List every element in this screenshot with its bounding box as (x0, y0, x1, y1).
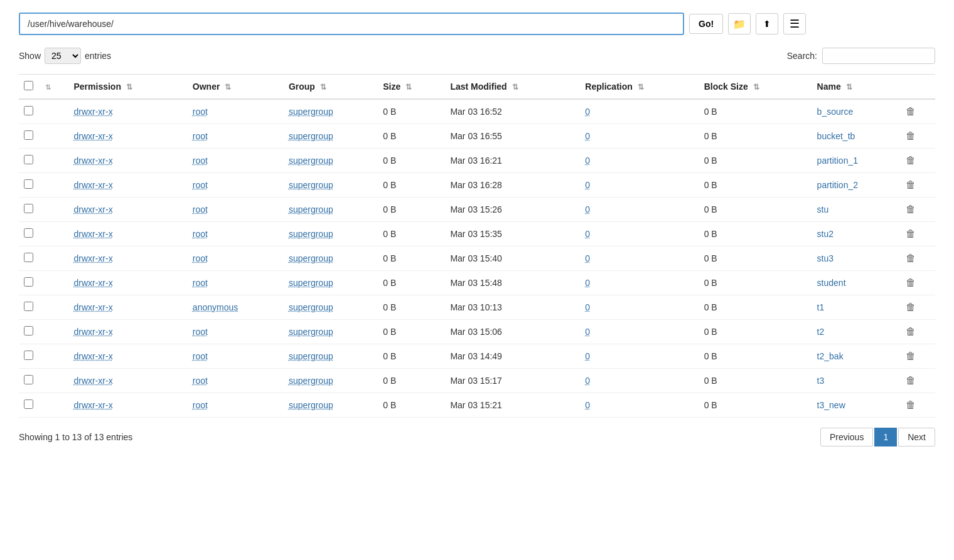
name-link-1[interactable]: bucket_tb (817, 131, 855, 141)
delete-icon-10[interactable]: 🗑 (906, 351, 916, 361)
group-link-12[interactable]: supergroup (289, 400, 333, 410)
delete-icon-0[interactable]: 🗑 (906, 106, 916, 117)
header-sort[interactable] (38, 75, 68, 100)
permission-link-8[interactable]: drwxr-xr-x (73, 302, 112, 312)
delete-icon-11[interactable]: 🗑 (906, 375, 916, 386)
header-replication[interactable]: Replication ⇅ (580, 75, 699, 100)
list-icon-button[interactable]: ☰ (783, 13, 806, 34)
group-link-5[interactable]: supergroup (289, 229, 333, 239)
row-checkbox-5[interactable] (24, 228, 33, 238)
header-size[interactable]: Size ⇅ (378, 75, 445, 100)
replication-link-2[interactable]: 0 (585, 156, 590, 166)
name-link-3[interactable]: partition_2 (817, 180, 858, 190)
upload-icon-button[interactable]: ⬆ (756, 13, 778, 34)
replication-link-4[interactable]: 0 (585, 204, 590, 214)
header-block-size[interactable]: Block Size ⇅ (699, 75, 812, 100)
header-name[interactable]: Name ⇅ (812, 75, 901, 100)
row-checkbox-12[interactable] (24, 399, 33, 409)
row-checkbox-2[interactable] (24, 155, 33, 164)
row-checkbox-11[interactable] (24, 375, 33, 384)
permission-link-5[interactable]: drwxr-xr-x (73, 229, 112, 239)
row-checkbox-4[interactable] (24, 204, 33, 213)
delete-icon-12[interactable]: 🗑 (906, 399, 916, 410)
delete-icon-7[interactable]: 🗑 (906, 277, 916, 288)
permission-link-0[interactable]: drwxr-xr-x (73, 107, 112, 117)
name-link-9[interactable]: t2 (817, 327, 825, 337)
group-link-10[interactable]: supergroup (289, 351, 333, 361)
group-link-8[interactable]: supergroup (289, 302, 333, 312)
header-last-modified[interactable]: Last Modified ⇅ (445, 75, 580, 100)
delete-icon-1[interactable]: 🗑 (906, 130, 916, 141)
replication-link-6[interactable]: 0 (585, 253, 590, 263)
name-link-6[interactable]: stu3 (817, 253, 833, 263)
page-1-button[interactable]: 1 (874, 428, 897, 446)
delete-icon-9[interactable]: 🗑 (906, 326, 916, 337)
owner-link-12[interactable]: root (193, 400, 208, 410)
replication-link-3[interactable]: 0 (585, 180, 590, 190)
owner-link-5[interactable]: root (193, 229, 208, 239)
group-link-2[interactable]: supergroup (289, 156, 333, 166)
permission-link-10[interactable]: drwxr-xr-x (73, 351, 112, 361)
delete-icon-3[interactable]: 🗑 (906, 179, 916, 190)
owner-link-0[interactable]: root (193, 107, 208, 117)
replication-link-5[interactable]: 0 (585, 229, 590, 239)
group-link-3[interactable]: supergroup (289, 180, 333, 190)
name-link-4[interactable]: stu (817, 204, 829, 214)
group-link-11[interactable]: supergroup (289, 376, 333, 386)
permission-link-11[interactable]: drwxr-xr-x (73, 376, 112, 386)
owner-link-4[interactable]: root (193, 204, 208, 214)
replication-link-10[interactable]: 0 (585, 351, 590, 361)
path-input[interactable] (19, 13, 684, 35)
row-checkbox-1[interactable] (24, 130, 33, 140)
permission-link-4[interactable]: drwxr-xr-x (73, 204, 112, 214)
replication-link-12[interactable]: 0 (585, 400, 590, 410)
delete-icon-5[interactable]: 🗑 (906, 228, 916, 239)
owner-link-8[interactable]: anonymous (193, 302, 238, 312)
name-link-10[interactable]: t2_bak (817, 351, 844, 361)
header-group[interactable]: Group ⇅ (284, 75, 378, 100)
permission-link-12[interactable]: drwxr-xr-x (73, 400, 112, 410)
group-link-9[interactable]: supergroup (289, 327, 333, 337)
entries-select[interactable]: 10 25 50 100 (45, 48, 81, 64)
owner-link-1[interactable]: root (193, 131, 208, 141)
replication-link-7[interactable]: 0 (585, 278, 590, 288)
replication-link-1[interactable]: 0 (585, 131, 590, 141)
select-all-checkbox[interactable] (24, 81, 33, 90)
name-link-11[interactable]: t3 (817, 376, 825, 386)
owner-link-6[interactable]: root (193, 253, 208, 263)
group-link-7[interactable]: supergroup (289, 278, 333, 288)
permission-link-6[interactable]: drwxr-xr-x (73, 253, 112, 263)
go-button[interactable]: Go! (689, 14, 723, 34)
group-link-0[interactable]: supergroup (289, 107, 333, 117)
group-link-6[interactable]: supergroup (289, 253, 333, 263)
name-link-8[interactable]: t1 (817, 302, 825, 312)
permission-link-9[interactable]: drwxr-xr-x (73, 327, 112, 337)
delete-icon-2[interactable]: 🗑 (906, 155, 916, 166)
replication-link-9[interactable]: 0 (585, 327, 590, 337)
row-checkbox-6[interactable] (24, 253, 33, 262)
permission-link-7[interactable]: drwxr-xr-x (73, 278, 112, 288)
row-checkbox-3[interactable] (24, 179, 33, 189)
next-button[interactable]: Next (898, 428, 935, 446)
folder-icon-button[interactable]: 📁 (728, 13, 751, 34)
delete-icon-6[interactable]: 🗑 (906, 253, 916, 263)
replication-link-11[interactable]: 0 (585, 376, 590, 386)
owner-link-10[interactable]: root (193, 351, 208, 361)
row-checkbox-10[interactable] (24, 351, 33, 360)
group-link-1[interactable]: supergroup (289, 131, 333, 141)
replication-link-8[interactable]: 0 (585, 302, 590, 312)
owner-link-9[interactable]: root (193, 327, 208, 337)
name-link-0[interactable]: b_source (817, 107, 854, 117)
row-checkbox-0[interactable] (24, 106, 33, 115)
header-owner[interactable]: Owner ⇅ (188, 75, 284, 100)
header-permission[interactable]: Permission ⇅ (68, 75, 187, 100)
replication-link-0[interactable]: 0 (585, 107, 590, 117)
name-link-2[interactable]: partition_1 (817, 156, 858, 166)
row-checkbox-8[interactable] (24, 302, 33, 311)
delete-icon-8[interactable]: 🗑 (906, 302, 916, 312)
delete-icon-4[interactable]: 🗑 (906, 204, 916, 214)
row-checkbox-9[interactable] (24, 326, 33, 335)
permission-link-1[interactable]: drwxr-xr-x (73, 131, 112, 141)
name-link-7[interactable]: student (817, 278, 846, 288)
search-input[interactable] (822, 48, 935, 64)
